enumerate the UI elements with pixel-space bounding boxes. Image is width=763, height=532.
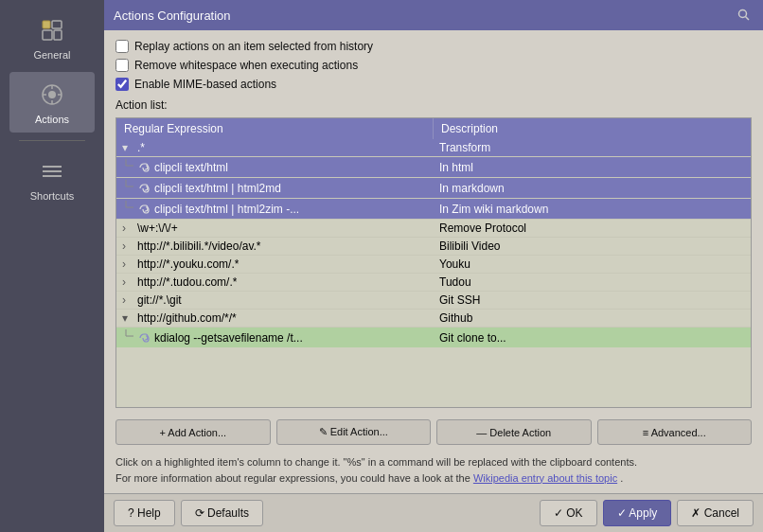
expand-icon[interactable]: ▾ (122, 141, 133, 154)
expand-icon[interactable]: › (122, 222, 133, 235)
description-cell: Bilibili Video (434, 238, 751, 255)
mime-checkbox-row: Enable MIME-based actions (115, 78, 752, 91)
table-row[interactable]: ▾.*Transform (116, 139, 751, 157)
svg-line-14 (746, 17, 750, 21)
table-row[interactable]: clipcli text/html | html2zim -...In Zim … (116, 199, 751, 220)
description-cell: Git SSH (434, 292, 751, 309)
expand-icon[interactable]: ▾ (122, 311, 133, 325)
table-row[interactable]: ▾http://github.com/*/*Github (116, 310, 751, 328)
defaults-button[interactable]: ⟳ Defaults (181, 500, 263, 526)
table-row[interactable]: ›http://*.youku.com/.*Youku (116, 256, 751, 274)
table-header: Regular Expression Description (116, 118, 751, 139)
mime-checkbox[interactable] (115, 78, 129, 91)
bottom-bar: ? Help ⟳ Defaults ✓ OK ✓ Apply ✗ Cancel (104, 493, 763, 532)
expand-icon[interactable]: › (122, 293, 133, 307)
sidebar: General Actions Shortcuts (0, 0, 104, 532)
table-row[interactable]: ›git://*.\gitGit SSH (116, 292, 751, 310)
sidebar-general-label: General (33, 49, 70, 61)
regex-cell: kdialog --getsavefilename /t... (116, 328, 434, 347)
description-cell: In html (434, 157, 751, 177)
table-row[interactable]: clipcli text/htmlIn html (116, 157, 751, 178)
description-cell: Tudou (434, 274, 751, 291)
shortcuts-icon (37, 156, 67, 186)
regex-text: http://*.tudou.com/.* (137, 275, 237, 289)
info-link-prefix: For more information about regular expre… (115, 472, 470, 484)
whitespace-checkbox[interactable] (115, 59, 129, 72)
regex-cell: clipcli text/html (116, 157, 434, 177)
action-link-icon (137, 182, 151, 195)
action-link-icon (137, 161, 151, 174)
tree-indent (122, 329, 133, 346)
whitespace-label: Remove whitespace when executing actions (134, 59, 358, 72)
apply-button[interactable]: ✓ Apply (603, 500, 672, 526)
table-row[interactable]: ›\w+:\/\/+Remove Protocol (116, 220, 751, 238)
tree-indent (122, 159, 133, 175)
sidebar-shortcuts-label: Shortcuts (30, 190, 74, 202)
sidebar-item-general[interactable]: General (9, 8, 95, 68)
cancel-button[interactable]: ✗ Cancel (677, 500, 754, 526)
description-cell: In markdown (434, 178, 751, 198)
regex-text: http://*.youku.com/.* (137, 257, 239, 271)
regex-cell: clipcli text/html | html2zim -... (116, 199, 434, 219)
sidebar-item-shortcuts[interactable]: Shortcuts (9, 149, 95, 209)
table-row[interactable]: ›http://*.bilibili.*/video/av.*Bilibili … (116, 238, 751, 256)
regex-text: clipcli text/html | html2zim -... (154, 203, 299, 216)
replay-label: Replay actions on an item selected from … (134, 40, 373, 53)
svg-point-13 (739, 10, 747, 18)
action-list-label: Action list: (115, 98, 752, 112)
action-table: Regular Expression Description ▾.*Transf… (115, 117, 752, 408)
svg-rect-0 (43, 21, 50, 28)
action-buttons: + Add Action... ✎ Edit Action... — Delet… (115, 419, 752, 445)
regex-text: clipcli text/html (154, 161, 228, 174)
wikipedia-link[interactable]: Wikipedia entry about this topic (473, 472, 617, 484)
sidebar-item-actions[interactable]: Actions (9, 72, 95, 133)
header-regex: Regular Expression (116, 118, 434, 139)
action-link-icon (137, 203, 151, 216)
regex-text: git://*.\git (137, 293, 182, 307)
sidebar-actions-label: Actions (35, 114, 69, 125)
header-description: Description (434, 118, 751, 139)
replay-checkbox-row: Replay actions on an item selected from … (115, 40, 752, 53)
info-main: Click on a highlighted item's column to … (115, 456, 637, 468)
general-icon (37, 15, 67, 45)
add-action-button[interactable]: + Add Action... (115, 419, 271, 445)
tree-indent (122, 201, 133, 217)
actions-icon (37, 80, 67, 110)
advanced-button[interactable]: ≡ Advanced... (597, 419, 753, 445)
regex-text: \w+:\/\/+ (137, 222, 178, 235)
config-body: Replay actions on an item selected from … (104, 30, 763, 493)
expand-icon[interactable]: › (122, 275, 133, 289)
regex-text: .* (137, 141, 145, 154)
svg-rect-2 (43, 30, 52, 40)
svg-rect-3 (54, 30, 62, 40)
table-body: ▾.*Transformclipcli text/htmlIn htmlclip… (116, 139, 751, 347)
table-row[interactable]: kdialog --getsavefilename /t...Git clone… (116, 328, 751, 347)
title-text: Actions Configuration (114, 9, 231, 23)
svg-point-5 (48, 91, 56, 98)
delete-action-button[interactable]: — Delete Action (436, 419, 592, 445)
bottom-right-buttons: ✓ OK ✓ Apply ✗ Cancel (540, 500, 754, 526)
bottom-left-buttons: ? Help ⟳ Defaults (114, 500, 263, 526)
regex-cell: ›http://*.bilibili.*/video/av.* (116, 238, 434, 255)
mime-label: Enable MIME-based actions (134, 78, 276, 91)
svg-rect-1 (52, 21, 62, 28)
whitespace-checkbox-row: Remove whitespace when executing actions (115, 59, 752, 72)
ok-button[interactable]: ✓ OK (540, 500, 597, 526)
help-button[interactable]: ? Help (114, 500, 175, 526)
regex-text: http://*.bilibili.*/video/av.* (137, 239, 261, 253)
search-icon[interactable] (735, 6, 754, 25)
replay-checkbox[interactable] (115, 40, 129, 53)
info-link-suffix: . (620, 472, 623, 484)
regex-cell: ›git://*.\git (116, 292, 434, 309)
regex-cell: ›\w+:\/\/+ (116, 220, 434, 237)
tree-indent (122, 180, 133, 196)
expand-icon[interactable]: › (122, 257, 133, 271)
edit-action-button[interactable]: ✎ Edit Action... (276, 419, 432, 445)
expand-icon[interactable]: › (122, 239, 133, 253)
table-row[interactable]: ›http://*.tudou.com/.*Tudou (116, 274, 751, 292)
regex-text: clipcli text/html | html2md (154, 182, 281, 195)
sidebar-divider (19, 140, 85, 141)
table-row[interactable]: clipcli text/html | html2mdIn markdown (116, 178, 751, 199)
main-content: Actions Configuration Replay actions on … (104, 0, 763, 532)
title-bar: Actions Configuration (104, 0, 763, 30)
